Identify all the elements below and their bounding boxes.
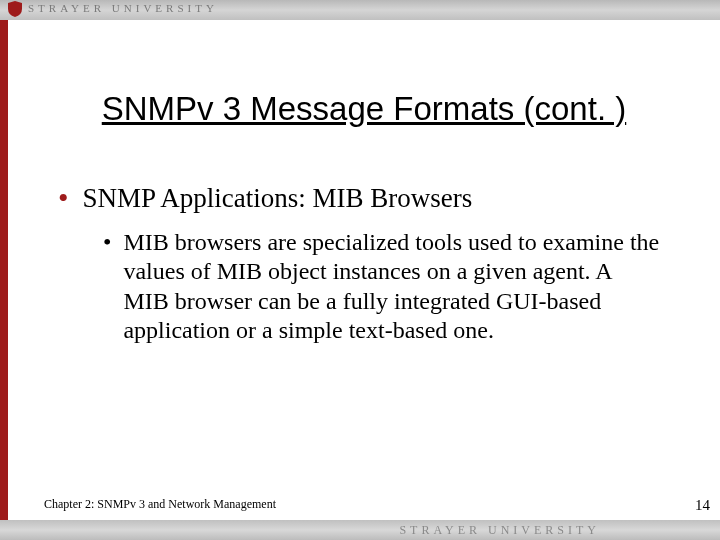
footer-chapter-label: Chapter 2: SNMPv 3 and Network Managemen…: [44, 497, 276, 512]
bullet-dot-icon: •: [103, 228, 111, 345]
slide-content: SNMPv 3 Message Formats (cont. ) • SNMP …: [8, 20, 720, 520]
shield-icon: [8, 1, 22, 17]
brand-text-top: STRAYER UNIVERSITY: [28, 2, 218, 14]
bullet-1-text: SNMP Applications: MIB Browsers: [83, 183, 473, 214]
brand-text-bottom: STRAYER UNIVERSITY: [399, 523, 600, 538]
left-accent-bar: [0, 0, 8, 540]
bottom-bar: [0, 520, 720, 540]
bullet-level-1: • SNMP Applications: MIB Browsers: [58, 183, 680, 214]
page-number: 14: [695, 497, 710, 514]
bullet-dot-icon: •: [58, 183, 69, 214]
bullet-level-2: • MIB browsers are specialized tools use…: [103, 228, 660, 345]
slide-title: SNMPv 3 Message Formats (cont. ): [8, 90, 720, 128]
bullet-2-text: MIB browsers are specialized tools used …: [123, 228, 660, 345]
